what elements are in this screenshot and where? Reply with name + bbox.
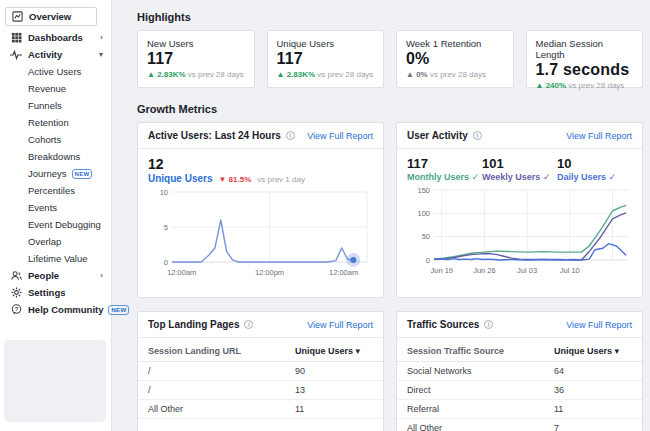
user-activity-line-chart[interactable]: 050100150Jun 19Jun 26Jul 03Jul 10 [407,184,632,284]
sidebar-item-revenue[interactable]: Revenue [0,80,111,97]
sidebar-item-lifetime-value[interactable]: Lifetime Value [0,250,111,267]
stat-label: Median Session Length [536,38,634,60]
metric-name[interactable]: Unique Users [148,173,212,184]
svg-text:12:00am: 12:00am [167,268,196,277]
sidebar-item-event-debugging[interactable]: Event Debugging [0,216,111,233]
sort-desc-icon: ▾ [615,346,620,356]
info-icon[interactable]: i [473,131,482,140]
sidebar-item-label: Percentiles [28,185,75,196]
info-icon[interactable]: i [244,320,253,329]
column-header[interactable]: Session Landing URL [148,346,295,356]
stat-card-median-session-length: Median Session Length 1.7 seconds ▲ 240%… [526,30,644,88]
table-row[interactable]: Social Networks 64 [397,362,642,381]
sidebar-item-label: Events [28,202,57,213]
people-icon [10,270,22,282]
stat-label: Week 1 Retention [406,38,504,49]
stat-value: 117 [407,156,482,171]
stat-card-week1-retention: Week 1 Retention 0% ▲ 0% vs prev 28 days [396,30,514,88]
sidebar-item-overview[interactable]: Overview [5,7,97,26]
stat-label[interactable]: Daily Users [557,172,606,182]
svg-text:10: 10 [160,188,168,197]
info-icon[interactable]: i [484,320,493,329]
sidebar-item-retention[interactable]: Retention [0,114,111,131]
sidebar-item-label: Cohorts [28,134,61,145]
info-icon[interactable]: i [286,131,295,140]
chevron-right-icon: › [100,33,105,42]
traffic-source-cell: Referral [407,404,554,414]
svg-text:Jun 26: Jun 26 [473,266,496,275]
traffic-sources-card: Traffic Sources i View Full Report Sessi… [396,311,643,431]
sidebar-item-percentiles[interactable]: Percentiles [0,182,111,199]
user-activity-card: User Activity i View Full Report 117 Mon… [396,122,643,298]
sidebar-item-active-users[interactable]: Active Users [0,63,111,80]
delta-up-indicator: ▲ 2.83K% [147,70,186,79]
new-badge: NEW [108,305,129,315]
stat-value: 1.7 seconds [536,61,634,79]
unique-users-cell: 90 [295,366,373,376]
chevron-right-icon: › [100,271,105,280]
sidebar-item-overlap[interactable]: Overlap [0,233,111,250]
card-title: Top Landing Pages [148,319,239,330]
sidebar-item-journeys[interactable]: Journeys NEW [0,165,111,182]
sidebar-item-people[interactable]: People › [0,267,111,284]
sidebar-item-settings[interactable]: Settings [0,284,111,301]
traffic-source-cell: Direct [407,385,554,395]
sidebar-item-funnels[interactable]: Funnels [0,97,111,114]
stat-value: 117 [147,50,245,68]
sidebar-item-events[interactable]: Events [0,199,111,216]
daily-users-stat: 10 Daily Users ✓ [557,156,632,182]
table-row[interactable]: Referral 11 [397,400,642,419]
table-row[interactable]: All Other 11 [138,400,383,419]
table-header: Session Landing URL Unique Users ▾ [138,338,383,362]
svg-text:?: ? [14,306,18,312]
sidebar-item-activity[interactable]: Activity ▾ [0,46,111,63]
stat-label: Unique Users [277,38,375,49]
highlights-title: Highlights [137,11,643,23]
sidebar-item-cohorts[interactable]: Cohorts [0,131,111,148]
compare-label: vs prev 28 days [317,70,373,79]
card-title: Active Users: Last 24 Hours [148,130,281,141]
view-full-report-link[interactable]: View Full Report [566,320,632,330]
table-row[interactable]: All Other 7 [397,419,642,431]
table-row[interactable]: / 13 [138,381,383,400]
compare-label: vs prev 1 day [257,175,305,184]
sidebar-item-label: Lifetime Value [28,253,88,264]
column-header-sortable[interactable]: Unique Users ▾ [295,346,373,356]
stat-label[interactable]: Weekly Users [482,172,540,182]
svg-text:12:00am: 12:00am [329,268,358,277]
sidebar-item-label: Activity [28,49,62,60]
view-full-report-link[interactable]: View Full Report [566,131,632,141]
svg-text:150: 150 [417,186,430,195]
sidebar-item-help-community[interactable]: ? Help Community NEW [0,301,111,318]
card-title: User Activity [407,130,468,141]
column-header-sortable[interactable]: Unique Users ▾ [554,346,632,356]
table-header: Session Traffic Source Unique Users ▾ [397,338,642,362]
stat-value: 10 [557,156,632,171]
svg-text:Jul 03: Jul 03 [517,266,537,275]
view-full-report-link[interactable]: View Full Report [307,320,373,330]
landing-url-cell: All Other [148,404,295,414]
stat-value: 117 [277,50,375,68]
compare-label: vs prev 28 days [568,81,624,90]
sidebar-item-dashboards[interactable]: Dashboards › [0,29,111,46]
table-row[interactable]: / 90 [138,362,383,381]
unique-users-cell: 7 [554,423,632,431]
sidebar-item-breakdowns[interactable]: Breakdowns [0,148,111,165]
help-bubble-icon: ? [10,304,22,316]
stat-card-new-users: New Users 117 ▲ 2.83K% vs prev 28 days [137,30,255,88]
column-header[interactable]: Session Traffic Source [407,346,554,356]
table-row[interactable]: Direct 36 [397,381,642,400]
stat-label[interactable]: Monthly Users [407,172,469,182]
svg-text:12:00pm: 12:00pm [255,268,284,277]
active-users-line-chart[interactable]: 051012:00am12:00pm12:00am [148,186,373,286]
sidebar-item-label: People [28,270,59,281]
sidebar-item-label: Overlap [28,236,61,247]
sidebar-item-label: Settings [28,287,65,298]
traffic-source-cell: Social Networks [407,366,554,376]
main-content: Highlights New Users 117 ▲ 2.83K% vs pre… [112,0,650,431]
activity-pulse-icon [10,49,22,61]
svg-text:5: 5 [164,223,168,232]
check-icon: ✓ [472,172,480,182]
new-badge: NEW [72,169,93,179]
view-full-report-link[interactable]: View Full Report [307,131,373,141]
